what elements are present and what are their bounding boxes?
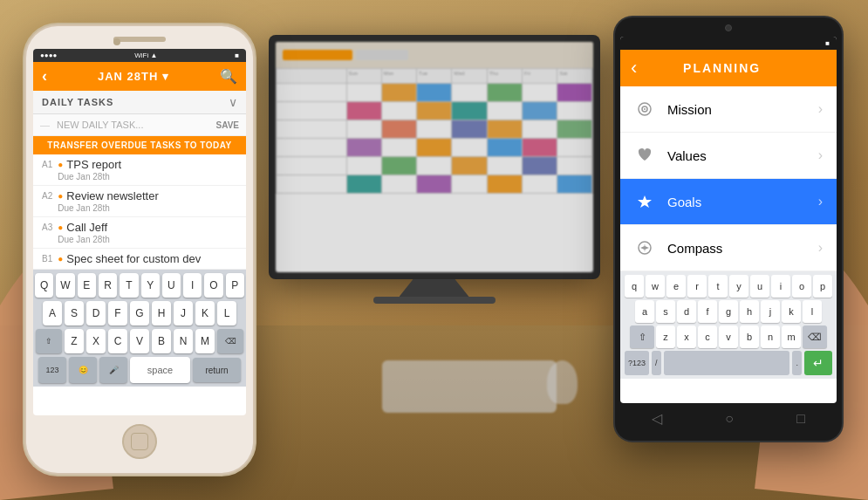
android-back-button[interactable]: ‹ xyxy=(631,57,637,79)
android-key-num[interactable]: ?123 xyxy=(625,351,649,375)
key-a[interactable]: A xyxy=(43,301,62,325)
key-s[interactable]: S xyxy=(65,301,84,325)
android-key-shift[interactable]: ⇧ xyxy=(630,325,654,348)
android-key-e[interactable]: e xyxy=(666,275,686,298)
planning-item-mission[interactable]: Mission › xyxy=(620,86,837,133)
transfer-overdue-button[interactable]: TRANSFER OVERDUE TASKS TO TODAY xyxy=(33,136,246,154)
iphone-home-button[interactable] xyxy=(122,424,157,459)
task-bullet-a2: ● xyxy=(58,191,63,201)
key-h[interactable]: H xyxy=(152,301,171,325)
key-e[interactable]: E xyxy=(78,273,96,298)
new-task-placeholder[interactable]: NEW DAILY TASK... xyxy=(53,118,216,132)
key-r[interactable]: R xyxy=(99,273,117,298)
monitor-screen: Sun Mon Tue Wed Thu Fri Sat xyxy=(276,42,593,272)
android-key-b[interactable]: b xyxy=(740,325,759,348)
key-c[interactable]: C xyxy=(108,329,127,353)
android-key-a[interactable]: a xyxy=(635,300,654,323)
android-key-y[interactable]: y xyxy=(729,275,748,298)
task-item-a1[interactable]: A1 ● TPS report Due Jan 28th xyxy=(33,154,246,186)
android-key-u[interactable]: u xyxy=(750,275,769,298)
android-key-n[interactable]: n xyxy=(761,325,780,348)
mission-icon xyxy=(634,99,655,120)
android-key-f[interactable]: f xyxy=(698,300,717,323)
android-key-q[interactable]: q xyxy=(625,275,644,298)
iphone-back-button[interactable]: ‹ xyxy=(42,67,47,86)
key-x[interactable]: X xyxy=(86,329,106,353)
android-wrapper: ■ ‹ PLANNING xyxy=(615,17,859,441)
android-key-z[interactable]: z xyxy=(656,325,675,348)
android-key-m[interactable]: m xyxy=(782,325,801,348)
iphone-search-button[interactable]: 🔍 xyxy=(220,68,237,85)
android-key-period[interactable]: . xyxy=(792,351,802,375)
android-key-l[interactable]: l xyxy=(803,300,822,323)
key-k[interactable]: K xyxy=(195,301,215,325)
goals-icon xyxy=(634,191,655,212)
android-key-delete[interactable]: ⌫ xyxy=(803,325,827,348)
daily-tasks-chevron[interactable]: ∨ xyxy=(229,95,237,109)
key-delete[interactable]: ⌫ xyxy=(217,329,243,353)
android-key-slash[interactable]: / xyxy=(652,351,661,375)
key-z[interactable]: Z xyxy=(65,329,84,353)
task-due-a3: Due Jan 28th xyxy=(58,235,110,244)
key-o[interactable]: O xyxy=(204,273,222,298)
android-key-t[interactable]: t xyxy=(708,275,728,298)
key-p[interactable]: P xyxy=(226,273,244,298)
android-key-c[interactable]: c xyxy=(698,325,717,348)
key-mic[interactable]: 🎤 xyxy=(99,357,127,383)
key-d[interactable]: D xyxy=(86,301,106,325)
planning-goals-label: Goals xyxy=(667,195,818,209)
goals-chevron: › xyxy=(818,194,823,209)
key-w[interactable]: W xyxy=(56,273,74,298)
android-kb-bottom-row: ?123 / . ↵ xyxy=(622,351,835,375)
key-f[interactable]: F xyxy=(108,301,127,325)
android-key-p[interactable]: p xyxy=(813,275,832,298)
task-item-a3[interactable]: A3 ● Call Jeff Due Jan 28th xyxy=(33,217,246,249)
android-nav-back[interactable]: ◁ xyxy=(652,410,662,427)
key-t[interactable]: T xyxy=(120,273,138,298)
key-return[interactable]: return xyxy=(193,358,241,382)
key-123[interactable]: 123 xyxy=(38,357,66,383)
key-emoji[interactable]: 😊 xyxy=(69,357,97,383)
android-key-o[interactable]: o xyxy=(792,275,811,298)
task-id-a2: A2 xyxy=(42,191,52,201)
key-i[interactable]: I xyxy=(183,273,202,298)
android-key-enter[interactable]: ↵ xyxy=(804,351,832,375)
android-key-g[interactable]: g xyxy=(719,300,738,323)
android-key-r[interactable]: r xyxy=(687,275,707,298)
android-key-j[interactable]: j xyxy=(761,300,780,323)
android-key-x[interactable]: x xyxy=(677,325,696,348)
task-name-b1: ● Spec sheet for custom dev xyxy=(58,252,201,265)
android-key-k[interactable]: k xyxy=(782,300,801,323)
android-key-h[interactable]: h xyxy=(740,300,759,323)
task-item-a2[interactable]: A2 ● Review newsletter Due Jan 28th xyxy=(33,186,246,217)
android-key-s[interactable]: s xyxy=(656,300,675,323)
planning-item-compass[interactable]: Compass › xyxy=(620,225,837,271)
android-key-space[interactable] xyxy=(664,351,790,375)
key-space[interactable]: space xyxy=(130,357,190,383)
key-q[interactable]: Q xyxy=(35,273,53,298)
key-n[interactable]: N xyxy=(174,329,193,353)
key-l[interactable]: L xyxy=(217,301,236,325)
planning-item-goals[interactable]: Goals › xyxy=(620,179,837,225)
compass-chevron: › xyxy=(818,240,823,256)
key-j[interactable]: J xyxy=(174,301,193,325)
task-item-b1[interactable]: B1 ● Spec sheet for custom dev xyxy=(33,249,246,270)
key-v[interactable]: V xyxy=(130,329,149,353)
android-key-v[interactable]: v xyxy=(719,325,738,348)
save-button[interactable]: SAVE xyxy=(216,120,240,130)
android-kb-row-2: a s d f g h j k l xyxy=(622,300,835,323)
key-m[interactable]: M xyxy=(195,329,215,353)
key-shift[interactable]: ⇧ xyxy=(36,329,62,353)
android-key-i[interactable]: i xyxy=(771,275,790,298)
key-y[interactable]: Y xyxy=(141,273,160,298)
android-battery-icon: ■ xyxy=(825,39,830,47)
daily-tasks-bar[interactable]: DAILY TASKS ∨ xyxy=(33,91,246,114)
planning-item-values[interactable]: Values › xyxy=(620,133,837,179)
android-key-w[interactable]: w xyxy=(646,275,665,298)
key-u[interactable]: U xyxy=(162,273,181,298)
android-nav-home[interactable]: ○ xyxy=(725,411,734,427)
android-nav-recent[interactable]: □ xyxy=(796,411,805,427)
key-b[interactable]: B xyxy=(152,329,171,353)
key-g[interactable]: G xyxy=(130,301,149,325)
android-key-d[interactable]: d xyxy=(677,300,696,323)
